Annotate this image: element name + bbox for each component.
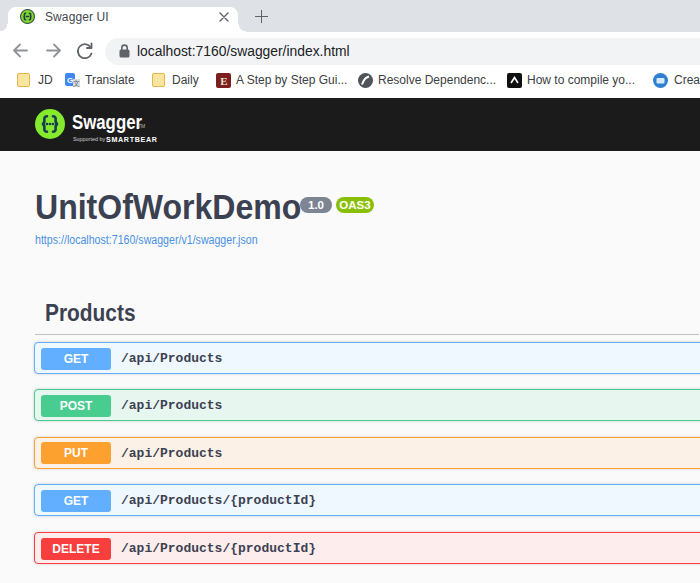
svg-text:E: E [220, 75, 227, 87]
svg-text:文: 文 [73, 79, 80, 87]
